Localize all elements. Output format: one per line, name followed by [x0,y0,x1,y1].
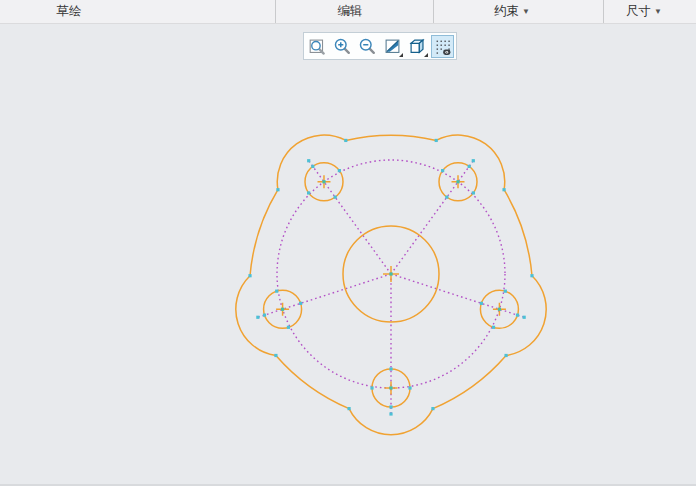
radial-endpoint-marker[interactable] [307,159,310,162]
outline-junction-marker[interactable] [274,354,277,357]
hole-vertex-marker[interactable] [389,405,392,408]
radial-construction-line[interactable] [391,274,524,317]
outline-junction-marker[interactable] [276,188,279,191]
grid-display-icon [432,35,453,58]
outline-junction-marker[interactable] [344,139,347,142]
cross-center-marker[interactable] [281,308,284,311]
menu-divider [275,0,276,23]
outline-junction-marker[interactable] [435,139,438,142]
hole-vertex-marker[interactable] [311,165,314,168]
radial-endpoint-marker[interactable] [256,316,259,319]
cross-center-marker[interactable] [498,308,501,311]
hole-vertex-marker[interactable] [389,367,392,370]
hole-vertex-marker[interactable] [299,302,302,305]
hole-vertex-marker[interactable] [275,290,278,293]
outline-junction-marker[interactable] [431,407,434,410]
hole-vertex-marker[interactable] [492,326,495,329]
outline-junction-marker[interactable] [248,274,251,277]
application-window: 草绘 编辑 约束▼ 尺寸▼ [0,0,696,486]
menu-divider [433,0,434,23]
hole-vertex-marker[interactable] [307,191,310,194]
hole-vertex-marker[interactable] [445,196,448,199]
cross-center-marker[interactable] [322,180,325,183]
hole-vertex-marker[interactable] [338,169,341,172]
outline-junction-marker[interactable] [502,188,505,191]
zoom-out-button[interactable] [356,35,379,58]
zoom-fit-button[interactable] [306,35,329,58]
radial-endpoint-marker[interactable] [389,412,392,415]
menu-item-sketch[interactable]: 草绘 [57,0,82,23]
sketch-geometry [0,24,696,486]
eye-badge-icon [443,49,450,54]
flyout-arrow-icon [424,53,428,57]
menu-bar: 草绘 编辑 约束▼ 尺寸▼ [0,0,696,24]
outline-junction-marker[interactable] [530,274,533,277]
view-orientation-button[interactable] [406,35,429,58]
zoom-in-button[interactable] [331,35,354,58]
hole-vertex-marker[interactable] [263,313,266,316]
zoom-fit-icon [307,35,328,58]
menu-item-edit[interactable]: 编辑 [338,0,363,23]
cross-center-marker[interactable] [389,386,392,389]
hole-vertex-marker[interactable] [468,165,471,168]
radial-endpoint-marker[interactable] [472,159,475,162]
display-style-button[interactable] [381,35,404,58]
outline-junction-marker[interactable] [504,354,507,357]
hole-vertex-marker[interactable] [441,169,444,172]
zoom-out-icon [357,35,378,58]
grid-display-button[interactable] [431,35,454,58]
view-toolbar [303,32,457,60]
cross-center-marker[interactable] [456,180,459,183]
hole-vertex-marker[interactable] [334,196,337,199]
radial-construction-line[interactable] [309,161,391,274]
hole-vertex-marker[interactable] [472,191,475,194]
radial-construction-line[interactable] [391,161,473,274]
hole-vertex-marker[interactable] [287,326,290,329]
sketch-canvas[interactable] [0,24,696,486]
chevron-down-icon: ▼ [522,7,530,16]
menu-item-constraints[interactable]: 约束▼ [494,0,530,23]
cross-center-marker[interactable] [389,272,392,275]
hole-vertex-marker[interactable] [504,290,507,293]
menu-divider [603,0,604,23]
menu-item-dimensions[interactable]: 尺寸▼ [626,0,662,23]
hole-vertex-marker[interactable] [516,313,519,316]
hole-vertex-marker[interactable] [480,302,483,305]
zoom-in-icon [332,35,353,58]
hole-vertex-marker[interactable] [370,386,373,389]
flyout-arrow-icon [399,53,403,57]
radial-endpoint-marker[interactable] [523,316,526,319]
chevron-down-icon: ▼ [654,7,662,16]
outline-junction-marker[interactable] [347,407,350,410]
hole-vertex-marker[interactable] [408,386,411,389]
